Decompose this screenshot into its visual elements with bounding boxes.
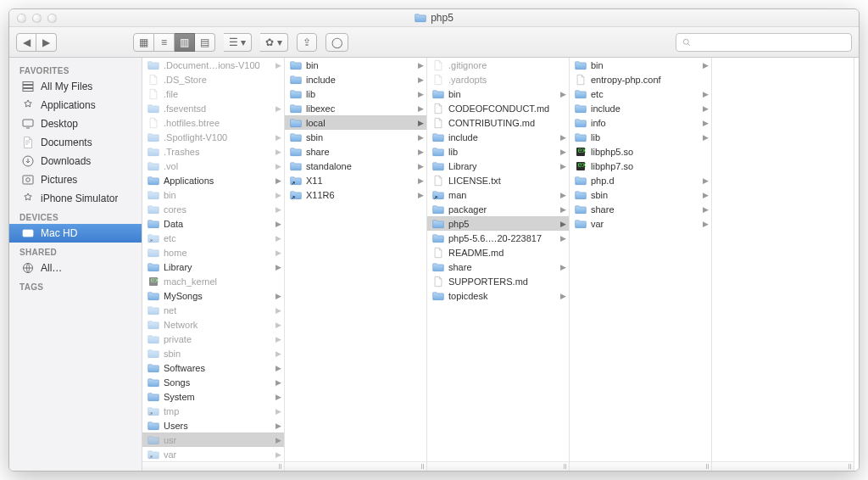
- file-row[interactable]: Library▶: [142, 260, 284, 274]
- minimize-button[interactable]: [32, 14, 42, 23]
- file-row[interactable]: .yardopts: [427, 72, 569, 87]
- folder-icon: [147, 247, 159, 259]
- file-row[interactable]: .Trashes▶: [142, 144, 284, 159]
- file-row[interactable]: Network▶: [142, 317, 284, 332]
- file-row[interactable]: mach_kernel: [142, 274, 284, 288]
- file-row[interactable]: bin▶: [570, 58, 711, 72]
- folder-icon: [575, 218, 587, 230]
- file-row[interactable]: libphp7.so: [570, 159, 711, 173]
- forward-button[interactable]: ▶: [36, 33, 57, 52]
- file-row[interactable]: .file: [142, 87, 284, 101]
- action-button[interactable]: ✿ ▾: [260, 33, 287, 52]
- file-row[interactable]: CODEOFCONDUCT.md: [427, 101, 569, 115]
- file-row[interactable]: CONTRIBUTING.md: [427, 115, 569, 130]
- column-resize-handle[interactable]: [570, 461, 711, 471]
- file-row[interactable]: tmp▶: [142, 404, 284, 418]
- coverflow-view-button[interactable]: ▤: [195, 33, 215, 52]
- arrange-button[interactable]: ☰ ▾: [224, 33, 252, 52]
- file-row[interactable]: share▶: [427, 260, 569, 274]
- file-row[interactable]: standalone▶: [285, 159, 426, 173]
- file-row[interactable]: share▶: [570, 202, 711, 216]
- file-row[interactable]: net▶: [142, 303, 284, 317]
- search-input[interactable]: [696, 37, 846, 47]
- sidebar-item-applications[interactable]: Applications: [9, 96, 142, 114]
- file-row[interactable]: cores▶: [142, 202, 284, 216]
- file-row[interactable]: Library▶: [427, 159, 569, 173]
- file-row[interactable]: entropy-php.conf: [570, 72, 711, 87]
- file-row[interactable]: bin▶: [142, 187, 284, 202]
- sidebar-item-downloads[interactable]: Downloads: [9, 152, 142, 170]
- file-row[interactable]: lib▶: [427, 144, 569, 159]
- sidebar-item-all-my-files[interactable]: All My Files: [9, 77, 142, 96]
- column-resize-handle[interactable]: [285, 461, 426, 471]
- file-row[interactable]: topicdesk▶: [427, 288, 569, 303]
- file-row[interactable]: lib▶: [570, 130, 711, 144]
- file-row[interactable]: libexec▶: [285, 101, 426, 115]
- sidebar-item-all-[interactable]: All…: [9, 259, 142, 277]
- file-row[interactable]: include▶: [285, 72, 426, 87]
- file-name: mach_kernel: [164, 276, 271, 287]
- file-row[interactable]: X11R6▶: [285, 187, 426, 202]
- file-row[interactable]: sbin▶: [285, 130, 426, 144]
- sidebar-item-desktop[interactable]: Desktop: [9, 114, 142, 133]
- back-button[interactable]: ◀: [16, 33, 36, 52]
- sidebar-item-documents[interactable]: Documents: [9, 133, 142, 152]
- column-resize-handle[interactable]: [142, 461, 284, 471]
- file-row[interactable]: .gitignore: [427, 58, 569, 72]
- file-row[interactable]: .Document…ions-V100▶: [142, 58, 284, 72]
- file-row[interactable]: libphp5.so: [570, 144, 711, 159]
- close-button[interactable]: [17, 14, 26, 23]
- column-resize-handle[interactable]: [712, 461, 854, 471]
- file-row[interactable]: .Spotlight-V100▶: [142, 130, 284, 144]
- file-row[interactable]: .hotfiles.btree: [142, 115, 284, 130]
- file-row[interactable]: php5-5.6.…20-223817▶: [427, 231, 569, 245]
- file-row[interactable]: bin▶: [427, 87, 569, 101]
- file-row[interactable]: info▶: [570, 115, 711, 130]
- file-row[interactable]: include▶: [427, 130, 569, 144]
- file-row[interactable]: LICENSE.txt: [427, 173, 569, 187]
- sidebar-item-pictures[interactable]: Pictures: [9, 170, 142, 189]
- search-field[interactable]: [676, 33, 852, 52]
- file-row[interactable]: php.d▶: [570, 173, 711, 187]
- zoom-button[interactable]: [47, 14, 57, 23]
- column-resize-handle[interactable]: [427, 461, 569, 471]
- file-row[interactable]: etc▶: [570, 87, 711, 101]
- file-row[interactable]: man▶: [427, 187, 569, 202]
- tags-button[interactable]: ◯: [326, 33, 348, 52]
- file-row[interactable]: var▶: [570, 216, 711, 231]
- file-row[interactable]: System▶: [142, 389, 284, 404]
- file-row[interactable]: sbin▶: [570, 187, 711, 202]
- file-row[interactable]: Users▶: [142, 418, 284, 433]
- file-row[interactable]: README.md: [427, 245, 569, 260]
- file-row[interactable]: bin▶: [285, 58, 426, 72]
- sidebar-item-mac-hd[interactable]: Mac HD: [9, 224, 142, 243]
- file-row[interactable]: private▶: [142, 332, 284, 346]
- file-row[interactable]: etc▶: [142, 231, 284, 245]
- file-row[interactable]: share▶: [285, 144, 426, 159]
- file-row[interactable]: Songs▶: [142, 375, 284, 389]
- file-row[interactable]: packager▶: [427, 202, 569, 216]
- file-row[interactable]: X11▶: [285, 173, 426, 187]
- icon-view-button[interactable]: ▦: [133, 33, 154, 52]
- list-view-button[interactable]: ≡: [154, 33, 175, 52]
- file-row[interactable]: .fseventsd▶: [142, 101, 284, 115]
- file-row[interactable]: home▶: [142, 245, 284, 260]
- file-row[interactable]: usr▶: [142, 433, 284, 447]
- file-row[interactable]: Softwares▶: [142, 360, 284, 375]
- file-row[interactable]: MySongs▶: [142, 288, 284, 303]
- file-row[interactable]: lib▶: [285, 87, 426, 101]
- file-row[interactable]: Applications▶: [142, 173, 284, 187]
- file-row[interactable]: .vol▶: [142, 159, 284, 173]
- file-row[interactable]: sbin▶: [142, 346, 284, 360]
- file-row[interactable]: include▶: [570, 101, 711, 115]
- file-row[interactable]: php5▶: [427, 216, 569, 231]
- file-row[interactable]: Data▶: [142, 216, 284, 231]
- file-row[interactable]: var▶: [142, 447, 284, 461]
- disclosure-arrow: ▶: [275, 321, 281, 329]
- sidebar-item-iphone-simulator[interactable]: iPhone Simulator: [9, 189, 142, 208]
- column-view-button[interactable]: ▥: [175, 33, 195, 52]
- share-button[interactable]: ⇪: [297, 33, 317, 52]
- file-row[interactable]: local▶: [285, 115, 426, 130]
- file-row[interactable]: SUPPORTERS.md: [427, 274, 569, 288]
- file-row[interactable]: .DS_Store: [142, 72, 284, 87]
